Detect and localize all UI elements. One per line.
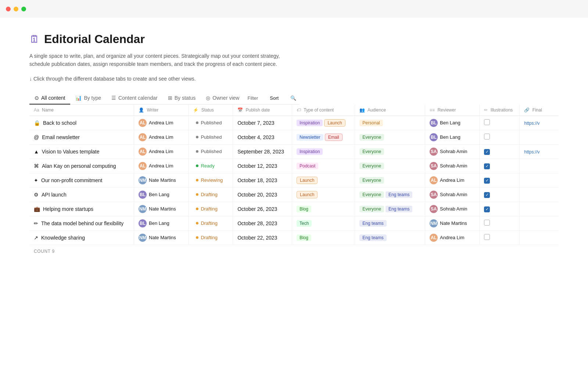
- illustrations-checkbox[interactable]: ✓: [484, 192, 490, 198]
- tab-by-status[interactable]: ⊞ By status: [163, 92, 201, 105]
- row-icon: ✏: [34, 220, 38, 226]
- illustrations-checkbox[interactable]: ✓: [484, 206, 490, 212]
- table-row[interactable]: @Email newsletterALAndrea LimPublishedOc…: [29, 130, 559, 144]
- cell-writer-3: ALAndrea Lim: [134, 159, 189, 173]
- table-row[interactable]: ✦Our non-profit commitmentNMNate Martins…: [29, 173, 559, 187]
- audience-col-icon: 👥: [359, 107, 365, 113]
- illustrations-checkbox[interactable]: ✓: [484, 149, 490, 155]
- final-link[interactable]: https://v: [524, 121, 539, 126]
- row-icon: 🔒: [34, 120, 40, 126]
- cell-reviewer-4: ALAndrea Lim: [425, 173, 480, 187]
- illustrations-checkbox[interactable]: ✓: [484, 178, 490, 184]
- tab-all-content[interactable]: ⊙ All content: [29, 92, 70, 105]
- cell-writer-0: ALAndrea Lim: [134, 116, 189, 130]
- table-row[interactable]: 💼Helping more startupsNMNate MartinsDraf…: [29, 202, 559, 216]
- cell-publish-date-5: October 20, 2023: [233, 187, 292, 202]
- cell-status-4: Reviewing: [189, 173, 233, 187]
- reviewer-name: Andrea Lim: [440, 235, 464, 240]
- reviewer-avatar: BL: [430, 133, 438, 141]
- row-name: Helping more startups: [43, 206, 93, 212]
- status-dot: [196, 208, 198, 210]
- cell-reviewer-3: SASohrab Amin: [425, 159, 480, 173]
- cell-name-1: @Email newsletter: [29, 130, 134, 144]
- owner-view-icon: ◎: [206, 95, 210, 101]
- reviewer-name: Andrea Lim: [440, 177, 464, 183]
- tabs-container: ⊙ All content 📊 By type ☰ Content calend…: [29, 92, 299, 105]
- status-badge: Published: [193, 148, 225, 155]
- minimize-button[interactable]: [14, 7, 18, 11]
- illustrations-checkbox[interactable]: [484, 220, 490, 226]
- maximize-button[interactable]: [21, 7, 26, 11]
- cell-type-0: InspirationLaunch: [292, 116, 355, 130]
- publish-col-icon: 📅: [237, 107, 243, 113]
- publish-date: October 22, 2023: [237, 235, 277, 241]
- tab-by-type[interactable]: 📊 By type: [70, 92, 106, 105]
- content-calendar-icon: ☰: [111, 95, 116, 101]
- illustrations-checkbox[interactable]: [484, 234, 490, 240]
- cell-final-7: [520, 216, 559, 230]
- filter-button[interactable]: Filter: [244, 94, 261, 102]
- table-container: Aa Name 👤 Writer ⚡ Status 📅 Publish date: [29, 105, 559, 257]
- status-badge: Drafting: [193, 219, 220, 227]
- cell-writer-5: BLBen Lang: [134, 187, 189, 202]
- cell-type-2: Inspiration: [292, 144, 355, 159]
- tab-content-calendar[interactable]: ☰ Content calendar: [106, 92, 163, 105]
- table-row[interactable]: 🔒Back to schoolALAndrea LimPublishedOcto…: [29, 116, 559, 130]
- row-name: Vision to Values template: [42, 149, 100, 155]
- illustrations-checkbox[interactable]: [484, 134, 490, 139]
- illustrations-checkbox[interactable]: [484, 119, 490, 125]
- cell-type-7: Tech: [292, 216, 355, 230]
- illustrations-checkbox[interactable]: ✓: [484, 163, 490, 169]
- table-row[interactable]: ▲Vision to Values templateALAndrea LimPu…: [29, 144, 559, 159]
- page-description: A single space to write, plan, and organ…: [29, 52, 287, 68]
- tab-owner-view[interactable]: ◎ Owner view: [201, 92, 244, 105]
- cell-final-5: [520, 187, 559, 202]
- table-row[interactable]: ↗Knowledge sharingNMNate MartinsDrafting…: [29, 230, 559, 245]
- table-row[interactable]: ⚙API launchBLBen LangDraftingOctober 20,…: [29, 187, 559, 202]
- col-header-illustrations: ✏ Illustrations: [480, 105, 520, 116]
- status-dot: [196, 222, 198, 224]
- type-tag: Inspiration: [297, 120, 323, 126]
- cell-reviewer-2: SASohrab Amin: [425, 144, 480, 159]
- table-row[interactable]: ⌘Alan Kay on personal computingALAndrea …: [29, 159, 559, 173]
- cell-illustrations-3[interactable]: ✓: [480, 159, 520, 173]
- writer-avatar: BL: [139, 219, 147, 227]
- cell-illustrations-2[interactable]: ✓: [480, 144, 520, 159]
- row-name: Our non-profit commitment: [41, 177, 103, 183]
- cell-illustrations-6[interactable]: ✓: [480, 202, 520, 216]
- cell-illustrations-7[interactable]: [480, 216, 520, 230]
- cell-status-0: Published: [189, 116, 233, 130]
- writer-name: Ben Lang: [149, 192, 169, 197]
- cell-illustrations-0[interactable]: [480, 116, 520, 130]
- writer-avatar: AL: [139, 162, 147, 170]
- cell-illustrations-1[interactable]: [480, 130, 520, 144]
- search-button[interactable]: 🔍: [287, 94, 299, 102]
- cell-name-8: ↗Knowledge sharing: [29, 230, 134, 245]
- cell-name-7: ✏The data model behind our flexibility: [29, 216, 134, 230]
- type-tag: Launch: [297, 191, 318, 198]
- cell-audience-0: Personal: [355, 116, 425, 130]
- type-tag: Newsletter: [297, 134, 323, 141]
- sort-button[interactable]: Sort: [267, 94, 282, 102]
- table-row[interactable]: ✏The data model behind our flexibilityBL…: [29, 216, 559, 230]
- count-label: COUNT: [34, 249, 52, 254]
- cell-illustrations-8[interactable]: [480, 230, 520, 245]
- writer-name: Nate Martins: [149, 177, 176, 183]
- row-icon: 💼: [34, 206, 40, 212]
- col-header-audience: 👥 Audience: [355, 105, 425, 116]
- audience-tag: Everyone: [359, 191, 384, 198]
- row-icon: ⚙: [34, 192, 39, 198]
- final-link[interactable]: https://v: [524, 149, 539, 155]
- writer-name: Ben Lang: [149, 220, 169, 226]
- col-header-final: 🔗 Final: [520, 105, 559, 116]
- publish-date: October 20, 2023: [237, 192, 277, 198]
- cell-illustrations-4[interactable]: ✓: [480, 173, 520, 187]
- cell-final-2: https://v: [520, 144, 559, 159]
- cell-illustrations-5[interactable]: ✓: [480, 187, 520, 202]
- col-header-status: ⚡ Status: [189, 105, 233, 116]
- type-tag: Tech: [297, 220, 312, 227]
- row-icon: ↗: [34, 235, 38, 241]
- row-icon: ⌘: [34, 163, 39, 169]
- all-content-icon: ⊙: [35, 95, 39, 101]
- close-button[interactable]: [6, 7, 11, 11]
